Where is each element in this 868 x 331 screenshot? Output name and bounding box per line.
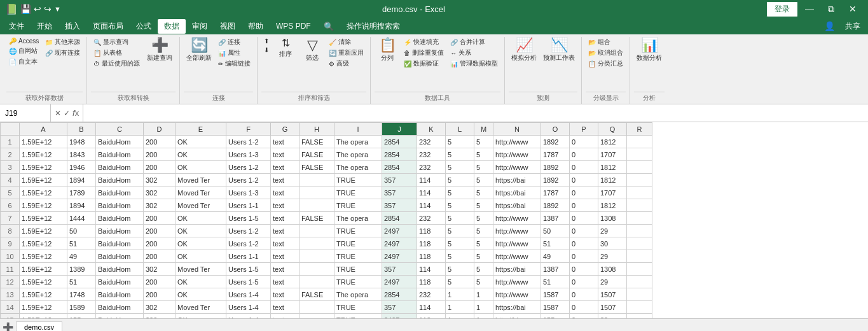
cell[interactable] <box>627 288 652 301</box>
cell[interactable]: 2497 <box>382 250 417 263</box>
ribbon-btn-quick-fill[interactable]: ⚡ 快速填充 <box>401 37 446 47</box>
cell[interactable]: 1.59E+12 <box>20 288 67 301</box>
menu-help[interactable]: 帮助 <box>242 19 270 34</box>
ribbon-btn-forecast-sheet[interactable]: 📉 预测工作表 <box>541 37 577 64</box>
col-header-d[interactable]: D <box>144 123 176 136</box>
cell[interactable]: 0 <box>570 161 598 174</box>
ribbon-btn-manage-model[interactable]: 📊 管理数据模型 <box>448 59 500 69</box>
cell[interactable]: 2854 <box>382 161 417 174</box>
undo-icon[interactable]: ↩ <box>34 4 41 14</box>
cell[interactable]: BaiduHom <box>96 148 144 161</box>
col-header-l[interactable]: L <box>446 123 474 136</box>
cell[interactable]: 357 <box>382 174 417 187</box>
cell[interactable]: TRUE <box>334 174 382 187</box>
cell[interactable]: 1 <box>474 288 493 301</box>
login-button[interactable]: 登录 <box>766 1 798 17</box>
cell[interactable]: 5 <box>446 136 474 148</box>
cell[interactable]: 1.59E+12 <box>20 250 67 263</box>
confirm-formula-icon[interactable]: ✓ <box>64 109 70 118</box>
ribbon-btn-recent[interactable]: ⏱ 最近使用的源 <box>91 59 142 69</box>
cell[interactable]: 302 <box>144 187 176 199</box>
cell[interactable] <box>300 263 334 276</box>
cell[interactable] <box>300 174 334 187</box>
ribbon-btn-connections[interactable]: 🔗 连接 <box>216 37 253 47</box>
ribbon-btn-sort-asc[interactable]: ⬆ <box>261 37 272 45</box>
cell[interactable]: Moved Ter <box>176 199 226 212</box>
cell[interactable]: BaiduHom <box>96 314 144 319</box>
row-number[interactable]: 14 <box>1 301 20 314</box>
col-header-c[interactable]: C <box>96 123 144 136</box>
cell[interactable]: 0 <box>570 225 598 237</box>
insert-function-icon[interactable]: fx <box>72 108 79 118</box>
cell[interactable] <box>300 225 334 237</box>
cell[interactable]: 200 <box>144 161 176 174</box>
cell[interactable]: 5 <box>474 161 493 174</box>
row-number[interactable]: 15 <box>1 314 20 319</box>
cell[interactable]: 5 <box>446 161 474 174</box>
cell[interactable] <box>300 314 334 319</box>
ribbon-btn-advanced[interactable]: ⚙ 高级 <box>326 59 366 69</box>
cell[interactable]: 357 <box>382 199 417 212</box>
cell[interactable]: Moved Ter <box>176 301 226 314</box>
cell[interactable]: 357 <box>382 187 417 199</box>
cell[interactable]: text <box>271 161 300 174</box>
cell[interactable] <box>627 263 652 276</box>
cell[interactable]: 5 <box>446 187 474 199</box>
col-header-h[interactable]: H <box>300 123 334 136</box>
cell[interactable]: The opera <box>334 161 382 174</box>
cell[interactable] <box>627 301 652 314</box>
cell[interactable]: 0 <box>570 187 598 199</box>
ribbon-btn-relations[interactable]: ↔ 关系 <box>448 48 500 58</box>
cell[interactable]: Users 1-4 <box>226 314 271 319</box>
cell[interactable]: BaiduHom <box>96 301 144 314</box>
cell[interactable] <box>627 199 652 212</box>
cell[interactable]: 5 <box>474 250 493 263</box>
cell[interactable]: 200 <box>144 250 176 263</box>
close-button[interactable]: ✕ <box>843 0 863 18</box>
cell[interactable]: 118 <box>417 250 446 263</box>
row-number[interactable]: 10 <box>1 250 20 263</box>
cell[interactable] <box>627 237 652 250</box>
cell[interactable]: 50 <box>541 225 570 237</box>
cell[interactable] <box>300 237 334 250</box>
row-number[interactable]: 5 <box>1 187 20 199</box>
cell[interactable]: 5 <box>446 237 474 250</box>
cell[interactable]: 5 <box>474 237 493 250</box>
cancel-formula-icon[interactable]: ✕ <box>55 109 61 118</box>
cell[interactable]: http://www <box>493 212 541 225</box>
cell-reference[interactable]: J19 <box>0 104 51 122</box>
cell[interactable]: 118 <box>417 276 446 288</box>
cell[interactable] <box>300 187 334 199</box>
cell[interactable]: text <box>271 263 300 276</box>
cell[interactable]: 1.59E+12 <box>20 301 67 314</box>
cell[interactable]: Users 1-2 <box>226 136 271 148</box>
cell[interactable]: text <box>271 237 300 250</box>
cell[interactable]: Moved Ter <box>176 263 226 276</box>
cell[interactable]: FALSE <box>300 161 334 174</box>
cell[interactable]: 155 <box>541 314 570 319</box>
cell[interactable]: 1.59E+12 <box>20 263 67 276</box>
cell[interactable]: 118 <box>417 225 446 237</box>
cell[interactable]: 114 <box>417 199 446 212</box>
cell[interactable]: text <box>271 301 300 314</box>
col-header-a[interactable]: A <box>20 123 67 136</box>
cell[interactable]: 0 <box>570 148 598 161</box>
col-header-o[interactable]: O <box>541 123 570 136</box>
cell[interactable]: OK <box>176 314 226 319</box>
cell[interactable]: 200 <box>144 276 176 288</box>
cell[interactable]: 1.59E+12 <box>20 199 67 212</box>
cell[interactable]: http://www <box>493 161 541 174</box>
cell[interactable]: 155 <box>67 314 96 319</box>
cell[interactable]: http://www <box>493 148 541 161</box>
cell[interactable]: text <box>271 288 300 301</box>
ribbon-btn-consolidate[interactable]: 🔗 合并计算 <box>448 37 500 47</box>
cell[interactable]: 5 <box>446 174 474 187</box>
cell[interactable]: 1812 <box>598 199 627 212</box>
cell[interactable]: 0 <box>570 199 598 212</box>
cell[interactable] <box>300 301 334 314</box>
cell[interactable]: 5 <box>446 148 474 161</box>
cell[interactable]: text <box>271 174 300 187</box>
menu-home[interactable]: 开始 <box>31 19 59 34</box>
cell[interactable]: 200 <box>144 314 176 319</box>
ribbon-btn-split[interactable]: 📋 分列 <box>375 37 400 64</box>
